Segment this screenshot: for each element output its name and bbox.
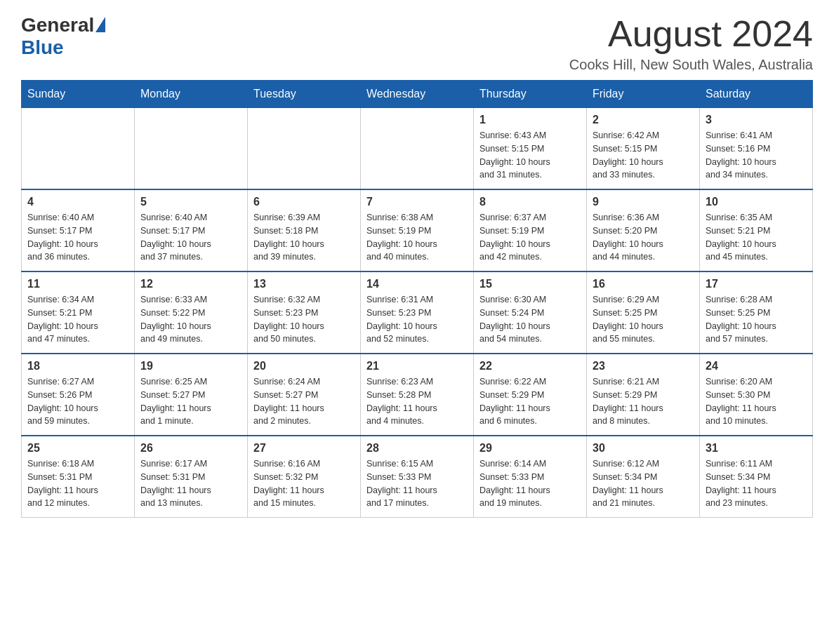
logo-blue: Blue [21,36,64,59]
table-row: 20Sunrise: 6:24 AMSunset: 5:27 PMDayligh… [248,354,361,436]
day-number: 13 [253,278,355,290]
day-number: 30 [593,442,694,455]
calendar-header-row: Sunday Monday Tuesday Wednesday Thursday… [22,81,813,108]
day-number: 10 [706,196,807,208]
sun-info: Sunrise: 6:36 AMSunset: 5:20 PMDaylight:… [593,213,663,262]
table-row: 23Sunrise: 6:21 AMSunset: 5:29 PMDayligh… [587,354,700,436]
sun-info: Sunrise: 6:43 AMSunset: 5:15 PMDaylight:… [479,130,550,180]
day-number: 24 [706,360,807,373]
table-row: 1Sunrise: 6:43 AMSunset: 5:15 PMDaylight… [474,108,587,190]
sun-info: Sunrise: 6:21 AMSunset: 5:29 PMDaylight:… [593,377,663,426]
table-row: 22Sunrise: 6:22 AMSunset: 5:29 PMDayligh… [474,354,587,436]
sun-info: Sunrise: 6:24 AMSunset: 5:27 PMDaylight:… [253,377,324,426]
sun-info: Sunrise: 6:20 AMSunset: 5:30 PMDaylight:… [706,377,776,426]
table-row: 28Sunrise: 6:15 AMSunset: 5:33 PMDayligh… [361,436,474,518]
day-number: 17 [706,278,807,290]
day-number: 21 [366,360,468,373]
logo-triangle-icon [95,17,105,32]
table-row: 21Sunrise: 6:23 AMSunset: 5:28 PMDayligh… [361,354,474,436]
day-number: 2 [593,114,694,126]
sun-info: Sunrise: 6:30 AMSunset: 5:24 PMDaylight:… [479,295,550,344]
col-tuesday: Tuesday [248,81,361,108]
day-number: 16 [593,278,694,290]
table-row [22,108,135,190]
day-number: 8 [479,196,581,208]
table-row: 12Sunrise: 6:33 AMSunset: 5:22 PMDayligh… [135,271,248,354]
sun-info: Sunrise: 6:38 AMSunset: 5:19 PMDaylight:… [366,213,437,262]
day-number: 23 [593,360,694,373]
table-row: 17Sunrise: 6:28 AMSunset: 5:25 PMDayligh… [700,271,813,354]
table-row: 10Sunrise: 6:35 AMSunset: 5:21 PMDayligh… [700,189,813,271]
col-wednesday: Wednesday [361,81,474,108]
sun-info: Sunrise: 6:12 AMSunset: 5:34 PMDaylight:… [593,459,663,508]
calendar-week-row: 25Sunrise: 6:18 AMSunset: 5:31 PMDayligh… [22,436,813,518]
calendar-table: Sunday Monday Tuesday Wednesday Thursday… [21,80,813,518]
day-number: 5 [140,196,241,208]
sun-info: Sunrise: 6:16 AMSunset: 5:32 PMDaylight:… [253,459,324,508]
sun-info: Sunrise: 6:17 AMSunset: 5:31 PMDaylight:… [140,459,211,508]
day-number: 19 [140,360,241,373]
table-row: 8Sunrise: 6:37 AMSunset: 5:19 PMDaylight… [474,189,587,271]
sun-info: Sunrise: 6:37 AMSunset: 5:19 PMDaylight:… [479,213,550,262]
table-row: 6Sunrise: 6:39 AMSunset: 5:18 PMDaylight… [248,189,361,271]
table-row: 14Sunrise: 6:31 AMSunset: 5:23 PMDayligh… [361,271,474,354]
day-number: 18 [27,360,128,373]
day-number: 12 [140,278,241,290]
table-row: 25Sunrise: 6:18 AMSunset: 5:31 PMDayligh… [22,436,135,518]
day-number: 6 [253,196,355,208]
sun-info: Sunrise: 6:31 AMSunset: 5:23 PMDaylight:… [366,295,437,344]
location-title: Cooks Hill, New South Wales, Australia [569,57,813,73]
sun-info: Sunrise: 6:15 AMSunset: 5:33 PMDaylight:… [366,459,437,508]
table-row: 9Sunrise: 6:36 AMSunset: 5:20 PMDaylight… [587,189,700,271]
logo-general: General [21,14,94,36]
col-thursday: Thursday [474,81,587,108]
day-number: 25 [27,442,128,455]
sun-info: Sunrise: 6:33 AMSunset: 5:22 PMDaylight:… [140,295,211,344]
day-number: 7 [366,196,468,208]
table-row [135,108,248,190]
sun-info: Sunrise: 6:18 AMSunset: 5:31 PMDaylight:… [27,459,98,508]
day-number: 22 [479,360,581,373]
day-number: 9 [593,196,694,208]
sun-info: Sunrise: 6:40 AMSunset: 5:17 PMDaylight:… [140,213,211,262]
table-row: 26Sunrise: 6:17 AMSunset: 5:31 PMDayligh… [135,436,248,518]
col-friday: Friday [587,81,700,108]
day-number: 4 [27,196,128,208]
sun-info: Sunrise: 6:29 AMSunset: 5:25 PMDaylight:… [593,295,663,344]
day-number: 3 [706,114,807,126]
table-row [361,108,474,190]
table-row: 18Sunrise: 6:27 AMSunset: 5:26 PMDayligh… [22,354,135,436]
col-sunday: Sunday [22,81,135,108]
day-number: 11 [27,278,128,290]
sun-info: Sunrise: 6:27 AMSunset: 5:26 PMDaylight:… [27,377,98,426]
table-row [248,108,361,190]
table-row: 30Sunrise: 6:12 AMSunset: 5:34 PMDayligh… [587,436,700,518]
table-row: 4Sunrise: 6:40 AMSunset: 5:17 PMDaylight… [22,189,135,271]
calendar-week-row: 11Sunrise: 6:34 AMSunset: 5:21 PMDayligh… [22,271,813,354]
sun-info: Sunrise: 6:32 AMSunset: 5:23 PMDaylight:… [253,295,324,344]
table-row: 16Sunrise: 6:29 AMSunset: 5:25 PMDayligh… [587,271,700,354]
title-block: August 2024 Cooks Hill, New South Wales,… [569,14,813,73]
page-header: General Blue August 2024 Cooks Hill, New… [21,14,813,73]
table-row: 15Sunrise: 6:30 AMSunset: 5:24 PMDayligh… [474,271,587,354]
table-row: 24Sunrise: 6:20 AMSunset: 5:30 PMDayligh… [700,354,813,436]
day-number: 31 [706,442,807,455]
table-row: 19Sunrise: 6:25 AMSunset: 5:27 PMDayligh… [135,354,248,436]
table-row: 5Sunrise: 6:40 AMSunset: 5:17 PMDaylight… [135,189,248,271]
day-number: 14 [366,278,468,290]
sun-info: Sunrise: 6:42 AMSunset: 5:15 PMDaylight:… [593,130,663,180]
table-row: 29Sunrise: 6:14 AMSunset: 5:33 PMDayligh… [474,436,587,518]
table-row: 31Sunrise: 6:11 AMSunset: 5:34 PMDayligh… [700,436,813,518]
day-number: 29 [479,442,581,455]
table-row: 27Sunrise: 6:16 AMSunset: 5:32 PMDayligh… [248,436,361,518]
day-number: 15 [479,278,581,290]
day-number: 26 [140,442,241,455]
logo: General Blue [21,14,105,59]
day-number: 28 [366,442,468,455]
table-row: 2Sunrise: 6:42 AMSunset: 5:15 PMDaylight… [587,108,700,190]
calendar-week-row: 18Sunrise: 6:27 AMSunset: 5:26 PMDayligh… [22,354,813,436]
table-row: 3Sunrise: 6:41 AMSunset: 5:16 PMDaylight… [700,108,813,190]
col-monday: Monday [135,81,248,108]
month-title: August 2024 [569,14,813,54]
table-row: 7Sunrise: 6:38 AMSunset: 5:19 PMDaylight… [361,189,474,271]
